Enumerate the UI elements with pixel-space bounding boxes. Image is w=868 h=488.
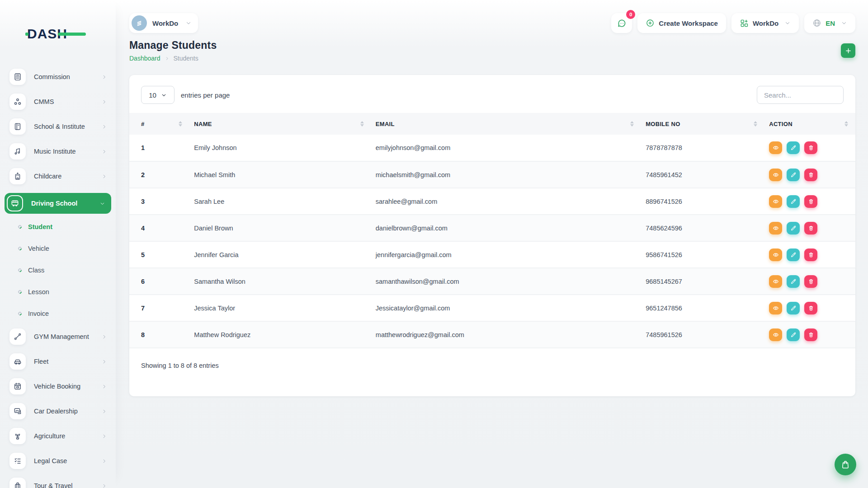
sidebar-subitem-invoice[interactable]: Invoice (0, 307, 111, 320)
sidebar-item-vehicle-booking[interactable]: Vehicle Booking (5, 378, 111, 394)
edit-button[interactable] (787, 328, 800, 341)
view-button[interactable] (769, 328, 782, 341)
entries-per-page-label: entries per page (181, 91, 230, 99)
sidebar-item-school-institute[interactable]: School & Institute (5, 118, 111, 135)
chevron-down-icon (99, 201, 105, 206)
edit-button[interactable] (787, 222, 800, 235)
sidebar-subitem-label: Student (28, 223, 52, 230)
sidebar-nav: Commission CMMS School & Institute Music… (0, 69, 116, 488)
student-email: michaelsmith@gmail.com (371, 161, 641, 188)
chevron-down-icon (185, 20, 192, 26)
workspace-menu-button[interactable]: WorkDo (731, 13, 799, 33)
create-workspace-button[interactable]: Create Workspace (637, 13, 726, 33)
sidebar-item-gym-management[interactable]: GYM Management (5, 328, 111, 345)
sidebar-subitem-class[interactable]: Class (0, 263, 111, 277)
sidebar-item-cmms[interactable]: CMMS (5, 94, 111, 110)
view-button[interactable] (769, 141, 782, 154)
column-header-email[interactable]: EMAIL (371, 113, 641, 135)
nodes-icon (9, 94, 26, 110)
sidebar-item-tour-travel[interactable]: Tour & Travel (5, 478, 111, 488)
book-icon (9, 118, 26, 135)
chevron-right-icon (101, 99, 107, 105)
column-header-index[interactable]: # (129, 113, 189, 135)
student-email: emilyjohnson@gmail.com (371, 135, 641, 161)
sidebar-item-label: Childcare (34, 173, 61, 180)
chevron-right-icon (101, 74, 107, 80)
add-student-button[interactable] (841, 43, 855, 58)
delete-button[interactable] (804, 328, 817, 341)
edit-button[interactable] (787, 195, 800, 208)
edit-button[interactable] (787, 141, 800, 154)
student-email: jennifergarcia@gmail.com (371, 241, 641, 268)
chat-icon (617, 18, 627, 28)
messages-button[interactable]: 0 (611, 13, 632, 33)
sidebar-item-label: Driving School (31, 200, 77, 207)
grid-icon (740, 19, 749, 28)
eye-icon (773, 145, 779, 151)
eye-icon (773, 332, 779, 338)
luggage-icon (9, 478, 26, 488)
search-input[interactable] (757, 86, 844, 104)
edit-button[interactable] (787, 169, 800, 181)
student-name: Jessica Taylor (189, 295, 371, 321)
plus-circle-icon (646, 19, 655, 28)
sidebar-item-fleet[interactable]: Fleet (5, 353, 111, 370)
sidebar-subitem-student[interactable]: Student (0, 220, 111, 234)
student-name: Samantha Wilson (189, 268, 371, 295)
view-button[interactable] (769, 195, 782, 208)
bullet-icon (17, 311, 22, 316)
main-content: WorkDo 0 Create Workspace WorkDo EN (116, 0, 868, 488)
student-mobile: 9586741526 (641, 241, 764, 268)
sidebar-item-childcare[interactable]: Childcare (5, 168, 111, 184)
delete-button[interactable] (804, 275, 817, 288)
language-selector[interactable]: EN (804, 13, 855, 33)
shop-fab-button[interactable] (835, 454, 856, 475)
eye-icon (773, 198, 779, 205)
edit-button[interactable] (787, 249, 800, 261)
page-size-select[interactable]: 10 (141, 86, 175, 104)
sidebar-subitem-vehicle[interactable]: Vehicle (0, 242, 111, 255)
column-header-mobile[interactable]: MOBILE NO (641, 113, 764, 135)
trash-icon (808, 252, 814, 258)
building-icon (9, 168, 26, 184)
row-index: 6 (129, 268, 189, 295)
delete-button[interactable] (804, 141, 817, 154)
shopping-bag-icon (840, 460, 850, 469)
delete-button[interactable] (804, 169, 817, 181)
pencil-icon (790, 172, 797, 178)
delete-button[interactable] (804, 249, 817, 261)
view-button[interactable] (769, 275, 782, 288)
table-row: 7 Jessica Taylor Jessicataylor@gmail.com… (129, 295, 855, 321)
page-title: Manage Students (129, 39, 217, 52)
edit-button[interactable] (787, 275, 800, 288)
breadcrumb-dashboard-link[interactable]: Dashboard (129, 55, 160, 62)
sidebar-item-legal-case[interactable]: Legal Case (5, 453, 111, 469)
student-email: sarahlee@gmail.com (371, 188, 641, 215)
sidebar-item-car-dealership[interactable]: Car Dealership (5, 403, 111, 419)
delete-button[interactable] (804, 222, 817, 235)
sidebar-item-agriculture[interactable]: Agriculture (5, 428, 111, 444)
student-mobile: 9651247856 (641, 295, 764, 321)
view-button[interactable] (769, 249, 782, 261)
column-header-name[interactable]: NAME (189, 113, 371, 135)
pencil-icon (790, 145, 797, 151)
sidebar-subitem-lesson[interactable]: Lesson (0, 285, 111, 299)
view-button[interactable] (769, 169, 782, 181)
view-button[interactable] (769, 302, 782, 314)
student-name: Daniel Brown (189, 215, 371, 241)
workspace-switcher[interactable]: WorkDo (129, 13, 198, 33)
sidebar-item-driving-school[interactable]: Driving School (5, 193, 111, 214)
row-index: 7 (129, 295, 189, 321)
table-row: 8 Matthew Rodriguez matthewrodriguez@gma… (129, 321, 855, 348)
sidebar-item-commission[interactable]: Commission (5, 69, 111, 85)
delete-button[interactable] (804, 195, 817, 208)
sidebar-item-music-institute[interactable]: Music Institute (5, 143, 111, 160)
student-mobile: 8896741526 (641, 188, 764, 215)
edit-button[interactable] (787, 302, 800, 314)
column-header-action[interactable]: ACTION (764, 113, 855, 135)
delete-button[interactable] (804, 302, 817, 314)
eye-icon (773, 252, 779, 258)
chevron-right-icon (165, 56, 170, 61)
chevron-right-icon (101, 408, 107, 414)
view-button[interactable] (769, 222, 782, 235)
